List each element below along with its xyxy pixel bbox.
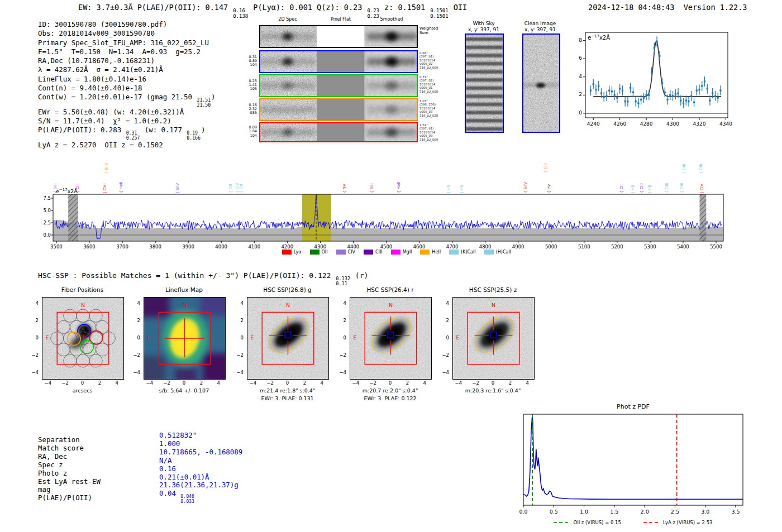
line-fit-plot: 42404260428043004320434002468e−17x2Å: [0, 0, 782, 134]
cutout-y-tick: 2: [337, 318, 346, 323]
photz-x-tick: 1.5: [604, 509, 624, 515]
cutout-sub1: s/b: 5.64 +/- 0.107: [127, 387, 241, 394]
emission-line-label: { OIII: [680, 183, 684, 193]
fullspec-x-tick: 4700: [440, 244, 465, 250]
photz-x-tick: 2.0: [635, 509, 655, 515]
emission-line-label: ] SiIV: [105, 163, 109, 173]
cutout-x-tick: 0: [384, 380, 397, 386]
cutout-x-tick: 4: [315, 380, 328, 386]
cutout-x-tick: 4: [418, 380, 431, 386]
photz-legend-item: LyA z (VIRUS) = 2.53: [643, 520, 713, 525]
linefit-y-tick: 6: [571, 55, 582, 61]
fullspec-x-tick: 4100: [242, 244, 266, 250]
fullspec-x-tick: 4600: [407, 244, 432, 250]
linefit-x-tick: 4300: [662, 121, 684, 127]
photz-title: Phot z PDF: [523, 403, 743, 410]
masked-region: [68, 194, 78, 241]
cutout-y-tick: −4: [131, 370, 140, 375]
cutout-image-r: NE: [350, 297, 432, 380]
fullspec-y-tick: 7.5: [38, 195, 51, 201]
legend-item: (K)CaII: [449, 250, 476, 255]
cutout-sub1: m:20.7 re:2.0" s:0.4": [333, 387, 447, 394]
cutout-x-tick: −4: [349, 380, 363, 386]
cutout-y-tick: 4: [30, 300, 39, 306]
compass-east: E: [456, 334, 459, 341]
emission-line-label: { OII: [229, 184, 233, 193]
dashed-line-sample: [554, 521, 570, 524]
cutout-y-tick: −4: [440, 370, 449, 375]
cutout-y-tick: 0: [131, 335, 140, 341]
emission-line-label: { OII: [240, 184, 244, 193]
legend-swatch: [364, 250, 373, 255]
linefit-y-tick: 4: [571, 74, 582, 79]
cutout-y-tick: 4: [337, 300, 346, 306]
compass-north: N: [389, 302, 393, 308]
legend-item: Lyα: [282, 250, 302, 255]
cutout-x-tick: 0: [487, 380, 500, 386]
flux-units-label: e−17x2Å: [56, 188, 78, 194]
cutout-y-tick: −4: [235, 370, 244, 375]
emission-line-label: { Hγ: [547, 184, 551, 193]
linefit-x-tick: 4340: [714, 121, 737, 127]
linefit-x-tick: 4320: [688, 121, 711, 127]
photz-x-tick: 0.5: [543, 509, 564, 515]
fullspec-x-tick: 4200: [275, 244, 299, 250]
cutout-x-tick: 0: [281, 380, 294, 386]
cutout-x-tick: −2: [264, 380, 277, 386]
fullspec-x-tick: 4400: [341, 244, 365, 250]
compass-north: N: [286, 302, 290, 308]
linefit-y-tick: 0: [571, 110, 582, 116]
dashed-line-sample: [643, 521, 660, 524]
cutout-x-tick: −4: [41, 380, 55, 386]
linefit-x-tick: 4280: [635, 121, 657, 127]
fullspec-x-tick: 3900: [176, 244, 201, 250]
linefit-y-tick: 2: [571, 92, 582, 97]
fullspec-x-tick: 5100: [572, 244, 597, 250]
emission-line-label: ( SiIV: [176, 183, 180, 193]
emission-line-label: { SiIV: [524, 182, 528, 193]
emission-line-label: ( Hδ: [460, 185, 464, 193]
cutout-y-tick: 0: [337, 335, 346, 341]
photz-pdf-curve: [523, 417, 743, 499]
line-fit-svg: [0, 0, 782, 134]
compass-north: N: [81, 302, 85, 308]
cutout-title: HSC SSP(26.4) r: [338, 286, 442, 293]
cutout-image-z: NE: [452, 297, 535, 380]
cutout-y-tick: 2: [30, 318, 39, 323]
cutout-x-tick: 2: [298, 380, 311, 386]
photz-x-tick: 1.0: [574, 509, 594, 515]
error-band: [53, 220, 723, 241]
photz-x-tick: 0.0: [513, 509, 533, 515]
legend-item: CIII: [364, 250, 383, 255]
fullspec-x-tick: 3800: [143, 244, 168, 250]
text-segment: HSC-SSP : Possible Matches = 1 (within +…: [38, 271, 335, 280]
emission-line-label: ( Hβ: [631, 185, 635, 193]
legend-item: (H)CaII: [484, 250, 511, 255]
cutout-y-tick: −2: [131, 352, 140, 358]
cutout-image-lineflux: NE: [144, 297, 226, 380]
emission-line-label: { CIII: [640, 183, 644, 193]
legend-swatch: [310, 250, 320, 255]
emission-line-label: { CII: [620, 184, 624, 193]
flux-units-label: e−17x2Å: [588, 34, 610, 41]
fullspec-x-tick: 5400: [671, 244, 695, 250]
emission-line-label: { NV: [343, 184, 347, 193]
compass-north: N: [492, 302, 495, 308]
legend-swatch: [484, 250, 494, 255]
linefit-y-tick: 8: [571, 37, 582, 43]
emission-line-label: ( OIII: [699, 164, 703, 173]
cutout-y-tick: 0: [30, 335, 39, 341]
cutout-xlabel: arcsecs: [42, 387, 123, 394]
emission-line-label: { HeII: [397, 182, 401, 193]
text-segment: (r): [351, 271, 368, 280]
fullspec-y-tick: 2.5: [38, 220, 51, 226]
cutout-x-tick: 2: [194, 380, 208, 386]
cutout-y-tick: 2: [235, 318, 244, 323]
legend-swatch: [449, 250, 459, 255]
photz-pdf-plot: Phot z PDF0.00.51.01.52.02.53.03.5OII z …: [0, 401, 782, 532]
emission-line-label: ] OVI: [103, 184, 107, 193]
emission-line-label: { SiII: [370, 184, 374, 193]
legend-item: CIV: [336, 250, 355, 255]
fullspec-x-tick: 3700: [110, 244, 135, 250]
cutout-y-tick: −2: [337, 352, 346, 358]
